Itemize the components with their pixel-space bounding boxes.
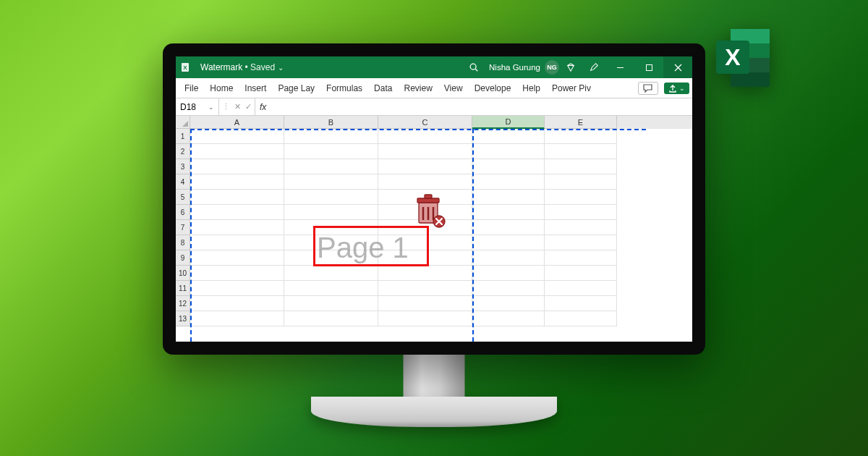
select-all-corner[interactable] [176, 116, 190, 129]
avatar[interactable]: NG [545, 60, 559, 75]
close-button[interactable] [663, 56, 692, 78]
saved-status: • Saved [242, 62, 275, 72]
page-break-right [472, 129, 474, 342]
pen-icon[interactable] [582, 56, 605, 78]
row-header[interactable]: 4 [176, 174, 190, 190]
svg-point-2 [470, 64, 476, 69]
row-header[interactable]: 10 [176, 266, 190, 281]
tab-review[interactable]: Review [398, 78, 438, 98]
row-header[interactable]: 3 [176, 159, 190, 174]
more-icon[interactable]: ⋮ [222, 102, 230, 111]
row-header[interactable]: 7 [176, 220, 190, 235]
column-header-a[interactable]: A [190, 116, 284, 129]
titlebar: X Watermark • Saved ⌄ Nisha Gurung NG [176, 56, 692, 78]
row-header[interactable]: 6 [176, 205, 190, 220]
row-header[interactable]: 9 [176, 250, 190, 266]
excel-logo: X [709, 23, 781, 96]
row-header[interactable]: 12 [176, 296, 190, 311]
tab-help[interactable]: Help [516, 78, 546, 98]
minimize-button[interactable] [605, 56, 634, 78]
tab-formulas[interactable]: Formulas [320, 78, 368, 98]
svg-rect-18 [731, 72, 770, 87]
row-headers: 1 2 3 4 5 6 7 8 9 10 11 12 13 [176, 129, 190, 326]
chevron-down-icon: ⌄ [208, 104, 214, 111]
screen: X Watermark • Saved ⌄ Nisha Gurung NG [176, 56, 692, 342]
monitor-stand [311, 397, 557, 427]
cell-reference: D18 [180, 102, 196, 112]
cancel-icon[interactable]: ✕ [234, 102, 241, 111]
user-name: Nisha Gurung [489, 63, 540, 72]
column-header-e[interactable]: E [545, 116, 617, 129]
excel-logo-letter: X [725, 44, 741, 70]
svg-line-3 [475, 69, 477, 71]
tab-home[interactable]: Home [204, 78, 239, 98]
grid[interactable]: A B C D E 1 2 3 4 5 6 7 8 9 10 11 12 13 [176, 116, 692, 342]
share-button[interactable]: ⌄ [664, 83, 689, 94]
tab-data[interactable]: Data [368, 78, 398, 98]
svg-text:X: X [183, 64, 187, 71]
ribbon-tabs: File Home Insert Page Lay Formulas Data … [176, 78, 692, 98]
tab-insert[interactable]: Insert [239, 78, 272, 98]
search-icon[interactable] [463, 56, 485, 78]
svg-rect-5 [646, 64, 652, 70]
formula-bar: D18 ⌄ ⋮ ✕ ✓ fx [176, 98, 692, 116]
page-break-top [190, 129, 646, 130]
row-header[interactable]: 8 [176, 235, 190, 250]
name-box[interactable]: D18 ⌄ [176, 98, 219, 115]
diamond-icon[interactable] [559, 56, 582, 78]
monitor-neck [404, 355, 465, 398]
enter-icon[interactable]: ✓ [245, 102, 252, 111]
tab-developer[interactable]: Develope [469, 78, 517, 98]
row-header[interactable]: 5 [176, 190, 190, 205]
excel-app-icon: X [176, 62, 197, 73]
formula-buttons: ⋮ ✕ ✓ [219, 98, 255, 115]
document-title: Watermark [200, 62, 242, 72]
tab-page-layout[interactable]: Page Lay [272, 78, 320, 98]
fx-label[interactable]: fx [255, 102, 271, 112]
title-chevron-icon[interactable]: ⌄ [278, 64, 284, 72]
comments-button[interactable] [638, 82, 658, 95]
monitor-bezel: X Watermark • Saved ⌄ Nisha Gurung NG [163, 43, 705, 355]
tab-file[interactable]: File [179, 78, 204, 98]
cells[interactable] [190, 129, 692, 342]
formula-input[interactable] [271, 98, 692, 115]
row-header[interactable]: 1 [176, 129, 190, 144]
column-header-d[interactable]: D [472, 116, 545, 129]
tab-power-pivot[interactable]: Power Piv [546, 78, 597, 98]
column-header-c[interactable]: C [378, 116, 472, 129]
page-break-left [190, 129, 192, 342]
maximize-button[interactable] [634, 56, 663, 78]
row-header[interactable]: 11 [176, 281, 190, 296]
row-header[interactable]: 2 [176, 144, 190, 159]
row-header[interactable]: 13 [176, 311, 190, 326]
column-headers: A B C D E [190, 116, 692, 129]
tab-view[interactable]: View [438, 78, 469, 98]
column-header-b[interactable]: B [284, 116, 378, 129]
